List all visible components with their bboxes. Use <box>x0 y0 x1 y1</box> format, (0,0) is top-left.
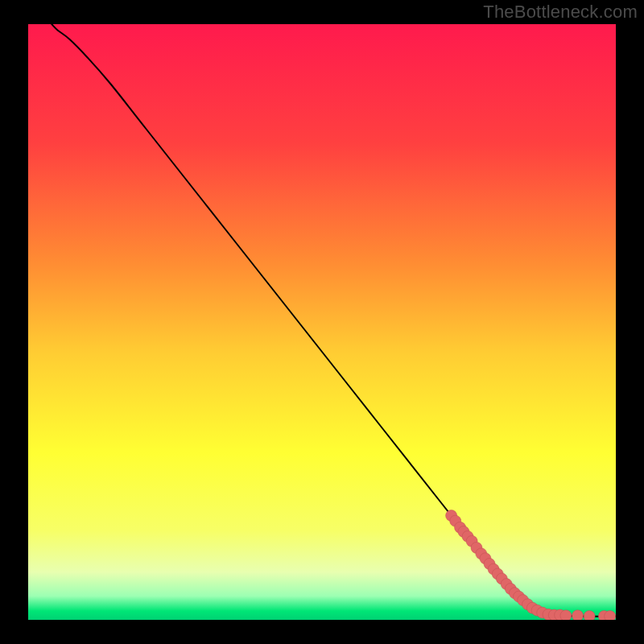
data-marker <box>605 611 616 620</box>
plot-area <box>28 24 616 620</box>
gradient-background <box>28 24 616 620</box>
chart-svg <box>28 24 616 620</box>
data-marker <box>560 610 572 620</box>
data-marker <box>572 610 584 620</box>
watermark-text: TheBottleneck.com <box>483 2 638 23</box>
chart-container: TheBottleneck.com <box>0 0 644 644</box>
data-marker <box>584 611 595 620</box>
